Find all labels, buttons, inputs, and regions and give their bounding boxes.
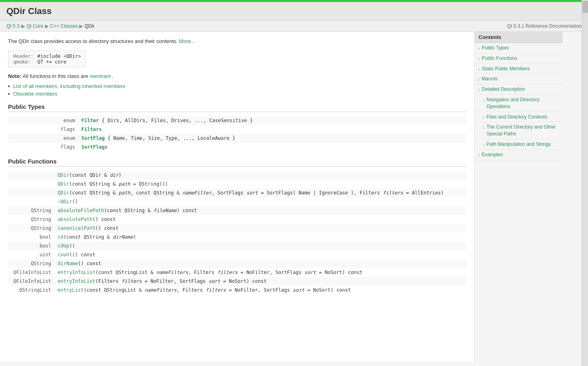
sidebar-header: Contents [475,32,563,43]
sortflag-link[interactable]: SortFlag [82,135,105,141]
arrow-icon: ↓ [483,125,485,129]
scrollbar[interactable] [582,0,588,362]
filters-link[interactable]: Filters [82,127,102,132]
note-label: Note: [8,73,21,79]
breadcrumb-qt53[interactable]: Qt 5.3 [6,23,20,29]
func-cell: QDir(const QDir & dir) [54,171,466,180]
table-row: QStringList entryList(const QStringList … [8,286,466,294]
arrow-icon: ↓ [478,87,480,92]
func-cell: ~QDir() [54,197,466,206]
table-row: QFileInfoList entryInfoList(const QStrin… [8,268,466,277]
table-row: bool cd(const QString & dirName) [8,233,466,241]
qdir-ctor1-link[interactable]: QDir [57,172,69,178]
arrow-icon: ↓ [483,115,485,119]
func-cell: entryInfoList(Filters filters = NoFilter… [54,277,466,286]
dirname-link[interactable]: dirName [57,261,78,266]
public-types-table: enum Filter { Dirs, AllDirs, Files, Driv… [8,116,466,151]
header-label: Header: [13,53,34,59]
arrow-icon: ↓ [478,76,480,81]
type-cell: QString [8,215,54,224]
sidebar-item-static-public-members[interactable]: ↓ Static Public Members [475,64,563,74]
sortflags-link[interactable]: SortFlags [82,144,108,150]
arrow-icon: ↓ [483,142,485,147]
table-row: enum Filter { Dirs, AllDirs, Files, Driv… [8,116,466,125]
arrow-icon: ↓ [478,45,480,50]
func-cell: canonicalPath() const [54,224,466,233]
sidebar-link-macros[interactable]: Macros [482,76,498,82]
sidebar-item-current-dir[interactable]: ↓ The Current Directory and Other Specia… [475,122,563,139]
breadcrumb-current: QDir [84,23,94,29]
table-row: flags Filters [8,125,466,134]
type-cell: bool [8,233,54,241]
arrow-icon: ↓ [483,97,485,102]
public-functions-header: Public Functions [8,158,466,167]
func-cell: entryInfoList(const QStringList & nameFi… [54,268,466,277]
breadcrumb-sep-3: ▶ [79,23,83,29]
sidebar-item-examples[interactable]: ↓ Examples [475,150,563,160]
canonicalpath-link[interactable]: canonicalPath [57,225,95,231]
sidebar-link-files[interactable]: Files and Directory Contents [487,114,547,121]
table-row: QDir(const QString & path = QString()) [8,180,466,188]
type-cell: QString [8,259,54,268]
cell-keyword: enum [8,116,78,125]
filter-link[interactable]: Filter [82,118,99,123]
reentrant-link[interactable]: reentrant [90,73,111,79]
type-cell [8,171,54,180]
type-cell [8,188,54,197]
list-item-all-members: List of all members, including inherited… [8,83,466,89]
breadcrumb-cppclasses[interactable]: C++ Classes [50,23,78,29]
breadcrumb-qtcore[interactable]: Qt Core [27,23,43,29]
breadcrumb-right-text: Qt 5.3.1 Reference Documentation [507,23,582,29]
sidebar-item-public-functions[interactable]: ↓ Public Functions [475,53,563,64]
sidebar-link-public-functions[interactable]: Public Functions [482,55,517,62]
cd-link[interactable]: cd [57,234,63,240]
intro-text: The QDir class provides access to direct… [8,38,178,44]
sidebar-item-public-types[interactable]: ↓ Public Types [475,43,563,53]
qdir-dtor-link[interactable]: ~QDir [57,199,72,204]
sidebar-link-path-manipulation[interactable]: Path Manipulation and Strings [487,141,551,148]
breadcrumb: Qt 5.3 ▶ Qt Core ▶ C++ Classes ▶ QDir [6,23,94,29]
all-members-link[interactable]: List of all members, including inherited… [13,83,125,89]
sidebar-link-navigation[interactable]: Navigation and Directory Operations [487,96,560,110]
sidebar-item-detailed-description[interactable]: ↓ Detailed Description [475,84,563,95]
sidebar-item-navigation[interactable]: ↓ Navigation and Directory Operations [475,95,563,112]
cdup-link[interactable]: cdUp [57,243,69,249]
arrow-icon: ↓ [478,152,480,157]
cell-keyword: flags [8,125,78,134]
sidebar-item-files[interactable]: ↓ Files and Directory Contents [475,112,563,123]
entryinfolist1-link[interactable]: entryInfoList [57,270,95,275]
table-row: QDir(const QDir & dir) [8,171,466,180]
count-link[interactable]: count [57,252,72,258]
note-end: . [112,73,114,79]
sidebar-item-macros[interactable]: ↓ Macros [475,74,563,84]
type-cell: QString [8,206,54,215]
sidebar-link-static-public-members[interactable]: Static Public Members [482,65,530,72]
header-value: #include <QDir> [37,53,81,59]
sidebar: Contents ↓ Public Types ↓ Public Functio… [474,32,563,362]
entryinfolist2-link[interactable]: entryInfoList [57,278,95,284]
func-cell: absolutePath() const [54,215,466,224]
obsolete-link[interactable]: Obsolete members [13,91,57,97]
type-cell: QStringList [8,286,54,294]
more-link[interactable]: More... [179,38,195,44]
list-item-obsolete: Obsolete members [8,91,466,97]
table-row: QString canonicalPath() const [8,224,466,233]
qdir-ctor3-link[interactable]: QDir [57,190,69,196]
sidebar-link-examples[interactable]: Examples [482,151,503,158]
breadcrumb-sep-2: ▶ [45,23,49,29]
sidebar-link-current-dir[interactable]: The Current Directory and Other Special … [487,124,560,137]
absolutefilepath-link[interactable]: absoluteFilePath [57,208,104,213]
qdir-ctor2-link[interactable]: QDir [57,181,69,187]
func-cell: cdUp() [54,241,466,250]
cell-keyword: enum [8,134,78,143]
absolutepath-link[interactable]: absolutePath [57,217,92,222]
table-row: QDir(const QString & path, const QString… [8,188,466,197]
type-cell: QString [8,224,54,233]
sidebar-link-public-types[interactable]: Public Types [482,45,509,51]
entrylist-link[interactable]: entryList [57,287,84,293]
qmake-value: QT += core [37,59,66,65]
breadcrumb-bar: Qt 5.3 ▶ Qt Core ▶ C++ Classes ▶ QDir Qt… [0,21,588,32]
sidebar-item-path-manipulation[interactable]: ↓ Path Manipulation and Strings [475,139,563,150]
scrollbar-thumb[interactable] [582,1,588,13]
sidebar-link-detailed-description[interactable]: Detailed Description [482,86,525,93]
